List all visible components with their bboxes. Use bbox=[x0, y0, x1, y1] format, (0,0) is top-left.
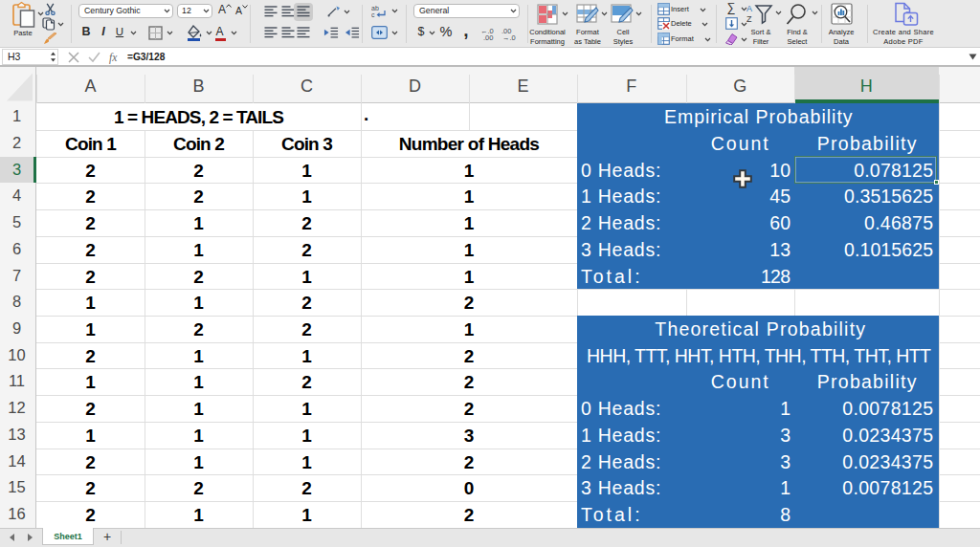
svg-text:c: c bbox=[371, 11, 375, 18]
svg-text:fx: fx bbox=[109, 52, 118, 64]
svg-text:A: A bbox=[746, 4, 752, 13]
svg-text:.00: .00 bbox=[483, 33, 493, 40]
svg-text:ab: ab bbox=[371, 5, 379, 11]
svg-text:Z: Z bbox=[746, 14, 752, 24]
svg-text:→.0: →.0 bbox=[502, 33, 516, 40]
